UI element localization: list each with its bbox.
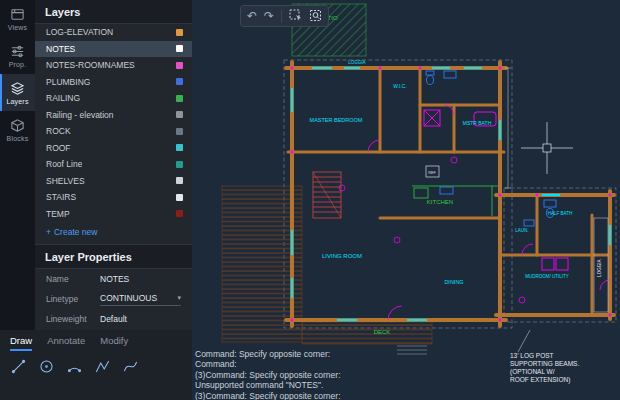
tab-annotate[interactable]: Annotate — [47, 335, 85, 351]
layer-row-roof[interactable]: ROOF — [35, 140, 192, 157]
loggia-top-label: LOGGIA — [348, 60, 365, 65]
layer-properties-title: Layer Properties — [35, 244, 192, 269]
arc-tool-button[interactable] — [64, 356, 85, 377]
door-swings — [368, 105, 610, 320]
spline-icon — [122, 358, 139, 375]
create-new-label: Create new — [54, 227, 97, 237]
undo-icon: ↶ — [247, 9, 257, 23]
tab-draw[interactable]: Draw — [10, 335, 32, 351]
layer-name-label: Railing - elevation — [46, 110, 114, 120]
layers-icon — [10, 81, 25, 96]
annotation-line: (OPTIONAL W/ — [510, 368, 579, 376]
layer-row-roof-line[interactable]: Roof Line — [35, 156, 192, 173]
layer-row-plumbing[interactable]: PLUMBING — [35, 74, 192, 91]
sidebar-item-label: Views — [8, 24, 28, 31]
line-icon — [10, 358, 27, 375]
layer-color-swatch[interactable] — [176, 144, 183, 151]
create-new-layer-button[interactable]: +Create new — [35, 222, 192, 242]
layer-color-swatch[interactable] — [176, 194, 183, 201]
toolbar-divider — [281, 10, 282, 23]
lineweight-field-label: Lineweight — [46, 314, 100, 324]
sidebar-item-blocks[interactable]: Blocks — [0, 111, 35, 148]
app-window: Views Prop. Layers Blocks Layers LOG-ELE… — [0, 0, 620, 400]
spline-tool-button[interactable] — [120, 356, 141, 377]
tab-modify[interactable]: Modify — [100, 335, 128, 351]
layer-name-label: RAILING — [46, 93, 80, 103]
name-field-label: Name — [46, 274, 100, 284]
sidebar-item-properties[interactable]: Prop. — [0, 37, 35, 74]
layer-color-swatch[interactable] — [176, 177, 183, 184]
polyline-tool-button[interactable] — [92, 356, 113, 377]
layer-row-log-elevation[interactable]: LOG-ELEVATION — [35, 24, 192, 41]
sidebar-item-label: Layers — [6, 98, 28, 105]
sidebar-item-label: Prop. — [9, 61, 27, 68]
polyline-icon — [94, 358, 111, 375]
sidebar-item-layers[interactable]: Layers — [0, 74, 35, 111]
command-line[interactable]: Command: Specify opposite corner:Command… — [195, 349, 341, 400]
layer-color-swatch[interactable] — [176, 45, 183, 52]
plan-annotation: 13' LOG POST SUPPORTING BEAMS. (OPTIONAL… — [510, 352, 579, 385]
linetype-row: Linetype CONTINUOUS ▾ — [35, 289, 192, 309]
redo-button[interactable]: ↷ — [264, 10, 274, 22]
layer-row-railing[interactable]: RAILING — [35, 90, 192, 107]
name-field-value[interactable]: NOTES — [100, 274, 129, 284]
layer-row-notes-roomnames[interactable]: NOTES-ROOMNAMES — [35, 57, 192, 74]
annotation-line: 13' LOG POST — [510, 352, 579, 360]
living-room-label: LIVING ROOM — [322, 253, 362, 259]
drawing-canvas[interactable]: PATIO — [192, 0, 620, 400]
layer-color-swatch[interactable] — [176, 95, 183, 102]
undo-button[interactable]: ↶ — [247, 10, 257, 22]
lineweight-field-value[interactable]: Default — [100, 314, 127, 324]
zoom-window-button[interactable] — [309, 9, 322, 24]
layers-panel: Layers LOG-ELEVATIONNOTESNOTES-ROOMNAMES… — [35, 0, 192, 330]
layer-name-label: PLUMBING — [46, 77, 90, 87]
layer-row-notes[interactable]: NOTES — [35, 41, 192, 58]
kitchen-label: KITCHEN — [427, 199, 453, 205]
linetype-field-label: Linetype — [46, 294, 100, 304]
layer-color-swatch[interactable] — [176, 111, 183, 118]
sidebar-item-label: Blocks — [7, 135, 29, 142]
keynote-circles — [339, 157, 525, 303]
plus-icon: + — [46, 227, 51, 237]
layer-name-label: NOTES-ROOMNAMES — [46, 60, 135, 70]
properties-icon — [10, 44, 25, 59]
circle-tool-button[interactable] — [36, 356, 57, 377]
layer-color-swatch[interactable] — [176, 128, 183, 135]
layer-row-railing-elevation[interactable]: Railing - elevation — [35, 107, 192, 124]
mstr-bath-label: MSTR BATH — [463, 120, 492, 126]
selection-window-icon — [289, 9, 302, 22]
annotation-leader — [518, 330, 530, 352]
layer-color-swatch[interactable] — [176, 210, 183, 217]
arc-icon — [66, 358, 83, 375]
selection-window-button[interactable] — [289, 9, 302, 24]
layer-name-label: STAIRS — [46, 192, 76, 202]
layer-name-label: ROCK — [46, 126, 71, 136]
stairs — [313, 172, 341, 218]
bath-fixtures-magenta — [424, 110, 568, 270]
layer-row-temp[interactable]: TEMP — [35, 206, 192, 223]
layer-color-swatch[interactable] — [176, 161, 183, 168]
layer-name-label: ROOF — [46, 143, 71, 153]
command-line-text: (3)Command: Specify opposite corner: — [195, 391, 341, 400]
layers-panel-title: Layers — [35, 0, 192, 24]
line-tool-button[interactable] — [8, 356, 29, 377]
draw-tools — [0, 351, 192, 382]
sidebar-item-views[interactable]: Views — [0, 0, 35, 37]
left-toolbar: Views Prop. Layers Blocks — [0, 0, 35, 330]
dimension-line — [505, 68, 511, 188]
layer-row-stairs[interactable]: STAIRS — [35, 189, 192, 206]
layer-row-shelves[interactable]: SHELVES — [35, 173, 192, 190]
deck-label: DECK — [374, 329, 391, 335]
layer-name-label: SHELVES — [46, 176, 85, 186]
layer-row-rock[interactable]: ROCK — [35, 123, 192, 140]
layer-color-swatch[interactable] — [176, 62, 183, 69]
layer-name-label: LOG-ELEVATION — [46, 27, 113, 37]
canvas-toolbar: ↶ ↷ — [240, 5, 329, 27]
layer-name-label: NOTES — [46, 44, 75, 54]
crosshair-cursor — [521, 122, 573, 174]
layer-color-swatch[interactable] — [176, 29, 183, 36]
circle-icon — [38, 358, 55, 375]
kitchen-counters — [412, 186, 498, 216]
layer-color-swatch[interactable] — [176, 78, 183, 85]
linetype-dropdown[interactable]: CONTINUOUS ▾ — [100, 293, 181, 306]
